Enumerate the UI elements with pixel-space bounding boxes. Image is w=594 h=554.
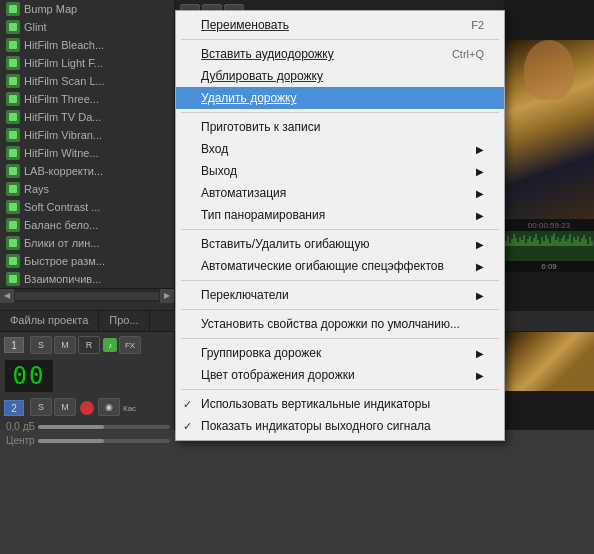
- track1-icon: ♪: [103, 338, 117, 352]
- menu-separator: [181, 229, 499, 230]
- menu-item-vert_indicators[interactable]: ✓Использовать вертикальные индикаторы: [176, 393, 504, 415]
- track-item: HitFilm Scan L...: [0, 72, 174, 90]
- track-item: HitFilm Vibran...: [0, 126, 174, 144]
- waveform-preview: [504, 231, 594, 261]
- menu-item-rename[interactable]: ПереименоватьF2: [176, 14, 504, 36]
- track-effect-icon: [6, 218, 20, 232]
- menu-item-label: Вставить аудиодорожку: [201, 47, 334, 61]
- timecode-display: 00:00:59:23: [504, 220, 594, 231]
- menu-separator: [181, 280, 499, 281]
- track-label: HitFilm TV Da...: [24, 111, 101, 123]
- track-effect-icon: [6, 236, 20, 250]
- track-label: HitFilm Three...: [24, 93, 99, 105]
- menu-item-set_props[interactable]: Установить свойства дорожки по умолчанию…: [176, 313, 504, 335]
- menu-item-label: Установить свойства дорожки по умолчанию…: [201, 317, 460, 331]
- menu-item-group[interactable]: Группировка дорожек▶: [176, 342, 504, 364]
- track1-number: 1: [4, 337, 24, 353]
- track1-mute-btn[interactable]: M: [54, 336, 76, 354]
- menu-item-label: Переименовать: [201, 18, 289, 32]
- track1-solo-btn[interactable]: S: [30, 336, 52, 354]
- menu-item-automation[interactable]: Автоматизация▶: [176, 182, 504, 204]
- pan-slider[interactable]: [38, 439, 170, 443]
- timecode2-display: 6:09: [504, 261, 594, 272]
- menu-item-duplicate[interactable]: Дублировать дорожку: [176, 65, 504, 87]
- menu-separator: [181, 39, 499, 40]
- menu-item-label: Автоматизация: [201, 186, 286, 200]
- submenu-arrow: ▶: [476, 239, 484, 250]
- menu-item-color[interactable]: Цвет отображения дорожки▶: [176, 364, 504, 386]
- menu-separator: [181, 112, 499, 113]
- menu-item-output_indicators[interactable]: ✓Показать индикаторы выходного сигнала: [176, 415, 504, 437]
- menu-item-label: Тип панорамирования: [201, 208, 325, 222]
- track-item: HitFilm Three...: [0, 90, 174, 108]
- menu-item-label: Показать индикаторы выходного сигнала: [201, 419, 431, 433]
- track-effect-icon: [6, 74, 20, 88]
- track-item: Bump Map: [0, 0, 174, 18]
- track-effect-icon: [6, 146, 20, 160]
- track-item: Блики от лин...: [0, 234, 174, 252]
- track-label: Блики от лин...: [24, 237, 99, 249]
- menu-item-label: Приготовить к записи: [201, 120, 320, 134]
- menu-item-label: Автоматические огибающие спецэффектов: [201, 259, 444, 273]
- menu-item-insert_remove_env[interactable]: Вставить/Удалить огибающую▶: [176, 233, 504, 255]
- menu-item-delete[interactable]: Удалить дорожку: [176, 87, 504, 109]
- track-effect-icon: [6, 272, 20, 286]
- track-label: Взаимопичив...: [24, 273, 101, 285]
- track-item: Взаимопичив...: [0, 270, 174, 288]
- menu-item-input[interactable]: Вход▶: [176, 138, 504, 160]
- menu-item-label: Группировка дорожек: [201, 346, 321, 360]
- track-item: Баланс бело...: [0, 216, 174, 234]
- submenu-arrow: ▶: [476, 166, 484, 177]
- volume-slider[interactable]: [38, 425, 170, 429]
- track1-record-btn[interactable]: R: [78, 336, 100, 354]
- tab-project-files[interactable]: Файлы проекта: [0, 311, 99, 331]
- track-label: Rays: [24, 183, 49, 195]
- track-item: Soft Contrast ...: [0, 198, 174, 216]
- track-effect-icon: [6, 164, 20, 178]
- track-list: Bump Map Glint HitFilm Bleach... HitFilm…: [0, 0, 175, 310]
- scroll-left-btn[interactable]: ◀: [0, 289, 14, 303]
- submenu-arrow: ▶: [476, 188, 484, 199]
- horizontal-scrollbar[interactable]: ◀ ▶: [0, 288, 174, 302]
- menu-item-label: Цвет отображения дорожки: [201, 368, 355, 382]
- menu-item-label: Вход: [201, 142, 228, 156]
- track-item: LAB-корректи...: [0, 162, 174, 180]
- menu-item-auto_env[interactable]: Автоматические огибающие спецэффектов▶: [176, 255, 504, 277]
- track2-rec-btn[interactable]: ◉: [98, 398, 120, 416]
- track2-solo-btn[interactable]: S: [30, 398, 52, 416]
- track-item: Быстрое разм...: [0, 252, 174, 270]
- track-item: Glint: [0, 18, 174, 36]
- menu-item-output[interactable]: Выход▶: [176, 160, 504, 182]
- submenu-arrow: ▶: [476, 290, 484, 301]
- track2-pan-label: Центр: [6, 435, 35, 446]
- menu-item-switches[interactable]: Переключатели▶: [176, 284, 504, 306]
- check-icon: ✓: [183, 420, 192, 433]
- menu-item-label: Дублировать дорожку: [201, 69, 323, 83]
- track1-fx-btn[interactable]: FX: [119, 336, 141, 354]
- track-label: HitFilm Bleach...: [24, 39, 104, 51]
- track-label: HitFilm Scan L...: [24, 75, 105, 87]
- scroll-right-btn[interactable]: ▶: [160, 289, 174, 303]
- submenu-arrow: ▶: [476, 261, 484, 272]
- menu-item-pan_type[interactable]: Тип панорамирования▶: [176, 204, 504, 226]
- menu-item-label: Удалить дорожку: [201, 91, 296, 105]
- track-label: HitFilm Witne...: [24, 147, 99, 159]
- track-effect-icon: [6, 2, 20, 16]
- tab-pro[interactable]: Про...: [99, 311, 149, 331]
- menu-item-insert_audio[interactable]: Вставить аудиодорожкуCtrl+Q: [176, 43, 504, 65]
- submenu-arrow: ▶: [476, 144, 484, 155]
- context-menu: ПереименоватьF2Вставить аудиодорожкуCtrl…: [175, 10, 505, 441]
- track-label: Быстрое разм...: [24, 255, 105, 267]
- submenu-arrow: ▶: [476, 370, 484, 381]
- track-item: HitFilm Light F...: [0, 54, 174, 72]
- menu-separator: [181, 389, 499, 390]
- track-item: Rays: [0, 180, 174, 198]
- track-effect-icon: [6, 128, 20, 142]
- track2-row: 2 S M ◉ Кас: [4, 398, 170, 418]
- menu-item-prepare[interactable]: Приготовить к записи: [176, 116, 504, 138]
- track-label: HitFilm Light F...: [24, 57, 103, 69]
- track-label: Soft Contrast ...: [24, 201, 100, 213]
- track-effect-icon: [6, 20, 20, 34]
- track2-mute-btn[interactable]: M: [54, 398, 76, 416]
- menu-shortcut: Ctrl+Q: [432, 48, 484, 60]
